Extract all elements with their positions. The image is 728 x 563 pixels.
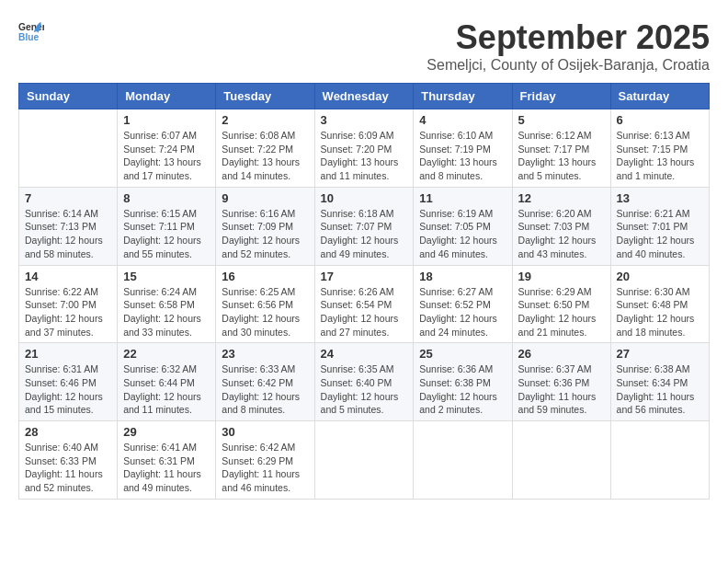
day-number: 11 [419,191,506,205]
day-info: Sunrise: 6:07 AM Sunset: 7:24 PM Dayligh… [123,129,210,183]
day-number: 16 [222,270,308,283]
calendar-cell [512,421,610,500]
day-number: 27 [617,347,703,361]
calendar-cell: 13Sunrise: 6:21 AM Sunset: 7:01 PM Dayli… [610,187,709,265]
day-info: Sunrise: 6:08 AM Sunset: 7:22 PM Dayligh… [222,129,308,183]
calendar-cell: 30Sunrise: 6:42 AM Sunset: 6:29 PM Dayli… [216,421,314,500]
calendar-week-row: 14Sunrise: 6:22 AM Sunset: 7:00 PM Dayli… [19,265,710,343]
day-number: 28 [25,425,111,439]
logo-icon: General Blue [18,18,44,44]
day-info: Sunrise: 6:42 AM Sunset: 6:29 PM Dayligh… [222,441,308,495]
calendar-cell: 1Sunrise: 6:07 AM Sunset: 7:24 PM Daylig… [118,109,216,188]
day-number: 26 [518,347,605,361]
location-title: Semeljci, County of Osijek-Baranja, Croa… [427,57,710,74]
title-area: September 2025 Semeljci, County of Osije… [427,18,710,74]
day-number: 14 [25,270,111,283]
day-info: Sunrise: 6:20 AM Sunset: 7:03 PM Dayligh… [518,207,605,261]
weekday-header-sunday: Sunday [19,84,118,109]
day-info: Sunrise: 6:41 AM Sunset: 6:31 PM Dayligh… [123,441,210,495]
calendar-week-row: 21Sunrise: 6:31 AM Sunset: 6:46 PM Dayli… [19,343,710,421]
calendar-cell: 23Sunrise: 6:33 AM Sunset: 6:42 PM Dayli… [216,343,314,421]
calendar-week-row: 28Sunrise: 6:40 AM Sunset: 6:33 PM Dayli… [19,421,710,500]
day-info: Sunrise: 6:30 AM Sunset: 6:48 PM Dayligh… [617,285,703,339]
day-info: Sunrise: 6:25 AM Sunset: 6:56 PM Dayligh… [222,285,308,339]
day-info: Sunrise: 6:13 AM Sunset: 7:15 PM Dayligh… [617,129,703,183]
header: General Blue September 2025 Semeljci, Co… [18,18,710,74]
weekday-header-row: SundayMondayTuesdayWednesdayThursdayFrid… [19,84,710,109]
day-number: 17 [321,270,408,283]
calendar-cell [314,421,414,500]
day-info: Sunrise: 6:35 AM Sunset: 6:40 PM Dayligh… [321,362,408,417]
calendar-cell: 24Sunrise: 6:35 AM Sunset: 6:40 PM Dayli… [314,343,414,421]
weekday-header-friday: Friday [512,84,610,109]
day-info: Sunrise: 6:10 AM Sunset: 7:19 PM Dayligh… [419,129,506,183]
day-info: Sunrise: 6:40 AM Sunset: 6:33 PM Dayligh… [25,441,111,495]
day-info: Sunrise: 6:31 AM Sunset: 6:46 PM Dayligh… [25,362,111,417]
day-number: 4 [419,113,506,127]
calendar-week-row: 1Sunrise: 6:07 AM Sunset: 7:24 PM Daylig… [19,109,710,188]
logo: General Blue [18,18,44,44]
day-number: 25 [419,347,506,361]
day-info: Sunrise: 6:22 AM Sunset: 7:00 PM Dayligh… [25,285,111,339]
calendar-cell: 21Sunrise: 6:31 AM Sunset: 6:46 PM Dayli… [19,343,118,421]
day-info: Sunrise: 6:37 AM Sunset: 6:36 PM Dayligh… [518,362,605,417]
day-number: 19 [518,270,605,283]
day-number: 3 [321,113,408,127]
weekday-header-wednesday: Wednesday [314,84,414,109]
calendar-cell: 10Sunrise: 6:18 AM Sunset: 7:07 PM Dayli… [314,187,414,265]
calendar-cell [610,421,709,500]
calendar-table: SundayMondayTuesdayWednesdayThursdayFrid… [18,83,710,500]
calendar-cell [414,421,512,500]
svg-text:Blue: Blue [18,32,40,42]
calendar-cell: 7Sunrise: 6:14 AM Sunset: 7:13 PM Daylig… [19,187,118,265]
day-number: 30 [222,425,308,439]
calendar-cell: 9Sunrise: 6:16 AM Sunset: 7:09 PM Daylig… [216,187,314,265]
day-number: 15 [123,270,210,283]
day-number: 1 [123,113,210,127]
day-info: Sunrise: 6:36 AM Sunset: 6:38 PM Dayligh… [419,362,506,417]
day-number: 22 [123,347,210,361]
calendar-cell: 27Sunrise: 6:38 AM Sunset: 6:34 PM Dayli… [610,343,709,421]
calendar-cell: 20Sunrise: 6:30 AM Sunset: 6:48 PM Dayli… [610,265,709,343]
weekday-header-saturday: Saturday [610,84,709,109]
calendar-week-row: 7Sunrise: 6:14 AM Sunset: 7:13 PM Daylig… [19,187,710,265]
calendar-cell: 19Sunrise: 6:29 AM Sunset: 6:50 PM Dayli… [512,265,610,343]
calendar-cell: 14Sunrise: 6:22 AM Sunset: 7:00 PM Dayli… [19,265,118,343]
day-info: Sunrise: 6:15 AM Sunset: 7:11 PM Dayligh… [123,207,210,261]
day-number: 21 [25,347,111,361]
calendar-cell: 4Sunrise: 6:10 AM Sunset: 7:19 PM Daylig… [414,109,512,188]
day-info: Sunrise: 6:38 AM Sunset: 6:34 PM Dayligh… [617,362,703,417]
calendar-cell: 6Sunrise: 6:13 AM Sunset: 7:15 PM Daylig… [610,109,709,188]
weekday-header-thursday: Thursday [414,84,512,109]
day-number: 2 [222,113,308,127]
day-number: 23 [222,347,308,361]
day-info: Sunrise: 6:12 AM Sunset: 7:17 PM Dayligh… [518,129,605,183]
calendar-cell [19,109,118,188]
calendar-cell: 29Sunrise: 6:41 AM Sunset: 6:31 PM Dayli… [118,421,216,500]
day-info: Sunrise: 6:21 AM Sunset: 7:01 PM Dayligh… [617,207,703,261]
day-number: 7 [25,191,111,205]
day-info: Sunrise: 6:27 AM Sunset: 6:52 PM Dayligh… [419,285,506,339]
day-number: 10 [321,191,408,205]
day-info: Sunrise: 6:14 AM Sunset: 7:13 PM Dayligh… [25,207,111,261]
calendar-cell: 3Sunrise: 6:09 AM Sunset: 7:20 PM Daylig… [314,109,414,188]
day-number: 18 [419,270,506,283]
day-info: Sunrise: 6:33 AM Sunset: 6:42 PM Dayligh… [222,362,308,417]
day-number: 20 [617,270,703,283]
day-number: 5 [518,113,605,127]
day-number: 6 [617,113,703,127]
day-info: Sunrise: 6:09 AM Sunset: 7:20 PM Dayligh… [321,129,408,183]
day-info: Sunrise: 6:29 AM Sunset: 6:50 PM Dayligh… [518,285,605,339]
calendar-cell: 17Sunrise: 6:26 AM Sunset: 6:54 PM Dayli… [314,265,414,343]
day-info: Sunrise: 6:16 AM Sunset: 7:09 PM Dayligh… [222,207,308,261]
day-info: Sunrise: 6:26 AM Sunset: 6:54 PM Dayligh… [321,285,408,339]
calendar-cell: 15Sunrise: 6:24 AM Sunset: 6:58 PM Dayli… [118,265,216,343]
day-number: 12 [518,191,605,205]
day-number: 9 [222,191,308,205]
calendar-cell: 12Sunrise: 6:20 AM Sunset: 7:03 PM Dayli… [512,187,610,265]
day-info: Sunrise: 6:24 AM Sunset: 6:58 PM Dayligh… [123,285,210,339]
weekday-header-monday: Monday [118,84,216,109]
month-title: September 2025 [427,18,710,57]
day-number: 29 [123,425,210,439]
calendar-cell: 28Sunrise: 6:40 AM Sunset: 6:33 PM Dayli… [19,421,118,500]
